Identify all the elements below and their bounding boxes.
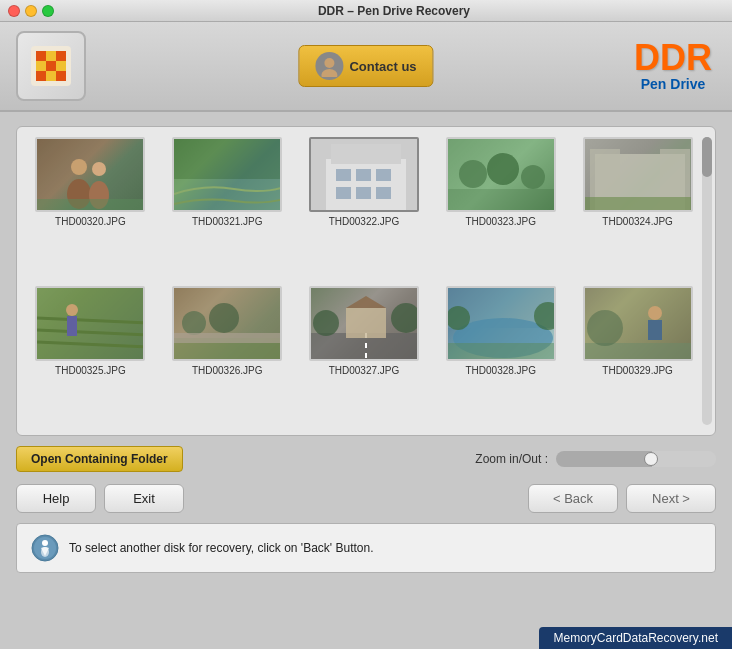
toolbar-row: Open Containing Folder Zoom in/Out : [16,446,716,472]
svg-point-33 [521,165,545,189]
nav-group: < Back Next > [528,484,716,513]
list-item[interactable]: THD00325.JPG [27,286,154,425]
thumbnail[interactable] [172,286,282,361]
zoom-slider[interactable] [556,451,716,467]
list-item[interactable]: THD00320.JPG [27,137,154,276]
app-logo-box [16,31,86,101]
svg-rect-39 [37,288,145,361]
svg-rect-8 [46,71,56,81]
file-label: THD00322.JPG [329,216,400,227]
svg-rect-6 [56,61,66,71]
svg-rect-25 [376,169,391,181]
thumbnail[interactable] [35,286,145,361]
svg-point-32 [487,153,519,185]
next-button[interactable]: Next > [626,484,716,513]
scrollbar-track[interactable] [702,137,712,425]
help-button[interactable]: Help [16,484,96,513]
exit-button[interactable]: Exit [104,484,184,513]
open-folder-button[interactable]: Open Containing Folder [16,446,183,472]
zoom-control: Zoom in/Out : [475,451,716,467]
svg-rect-18 [174,139,282,179]
svg-rect-9 [56,71,66,81]
close-button[interactable] [8,5,20,17]
svg-point-31 [459,160,487,188]
svg-point-70 [41,547,49,557]
thumbnail[interactable] [446,286,556,361]
minimize-button[interactable] [25,5,37,17]
header: Contact us DDR Pen Drive [0,22,732,112]
svg-rect-23 [336,169,351,181]
file-label: THD00327.JPG [329,365,400,376]
file-label: THD00329.JPG [602,365,673,376]
list-item[interactable]: THD00329.JPG [574,286,701,425]
thumbnail[interactable] [583,286,693,361]
traffic-lights [8,5,54,17]
file-label: THD00323.JPG [465,216,536,227]
list-item[interactable]: THD00321.JPG [164,137,291,276]
svg-rect-3 [56,51,66,61]
thumbnail[interactable] [446,137,556,212]
gallery-grid: THD00320.JPG THD00321.JPG [27,137,705,425]
thumbnail[interactable] [309,286,419,361]
contact-label: Contact us [349,59,416,74]
list-item[interactable]: THD00322.JPG [301,137,428,276]
svg-rect-5 [46,61,56,71]
svg-rect-28 [376,187,391,199]
svg-rect-44 [67,316,77,336]
svg-point-43 [66,304,78,316]
svg-point-66 [587,310,623,346]
info-icon [31,534,59,562]
svg-rect-17 [37,199,145,212]
list-item[interactable]: THD00327.JPG [301,286,428,425]
contact-avatar [315,52,343,80]
footer-text: MemoryCardDataRecovery.net [539,627,732,649]
svg-rect-22 [331,144,401,164]
svg-rect-1 [36,51,46,61]
info-bar: To select another disk for recovery, cli… [16,523,716,573]
file-label: THD00325.JPG [55,365,126,376]
svg-point-63 [648,306,662,320]
svg-rect-55 [346,308,386,338]
svg-rect-4 [36,61,46,71]
svg-rect-19 [174,179,282,212]
thumbnail[interactable] [583,137,693,212]
window-title: DDR – Pen Drive Recovery [64,4,724,18]
svg-rect-65 [585,343,693,361]
brand-name: DDR [634,40,712,76]
brand-subtitle: Pen Drive [634,76,712,92]
zoom-label: Zoom in/Out : [475,452,548,466]
thumbnail[interactable] [309,137,419,212]
list-item[interactable]: THD00323.JPG [437,137,564,276]
svg-point-53 [313,310,339,336]
svg-rect-24 [356,169,371,181]
gallery-panel: THD00320.JPG THD00321.JPG [16,126,716,436]
main-content: THD00320.JPG THD00321.JPG [0,112,732,587]
list-item[interactable]: THD00324.JPG [574,137,701,276]
maximize-button[interactable] [42,5,54,17]
button-row: Help Exit < Back Next > [16,484,716,513]
file-label: THD00328.JPG [465,365,536,376]
svg-rect-49 [174,333,282,343]
svg-point-48 [209,303,239,333]
contact-button[interactable]: Contact us [298,45,433,87]
app-logo-icon [26,41,76,91]
file-label: THD00326.JPG [192,365,263,376]
file-label: THD00324.JPG [602,216,673,227]
info-message: To select another disk for recovery, cli… [69,541,374,555]
svg-point-10 [324,58,334,68]
thumbnail[interactable] [35,137,145,212]
brand-area: DDR Pen Drive [634,40,712,92]
svg-rect-30 [448,189,556,212]
svg-rect-2 [46,51,56,61]
svg-point-15 [92,162,106,176]
svg-point-11 [321,69,337,77]
list-item[interactable]: THD00328.JPG [437,286,564,425]
titlebar: DDR – Pen Drive Recovery [0,0,732,22]
thumbnail[interactable] [172,137,282,212]
svg-rect-61 [448,343,556,361]
list-item[interactable]: THD00326.JPG [164,286,291,425]
svg-rect-26 [336,187,351,199]
scrollbar-thumb[interactable] [702,137,712,177]
svg-rect-21 [326,159,406,212]
back-button[interactable]: < Back [528,484,618,513]
